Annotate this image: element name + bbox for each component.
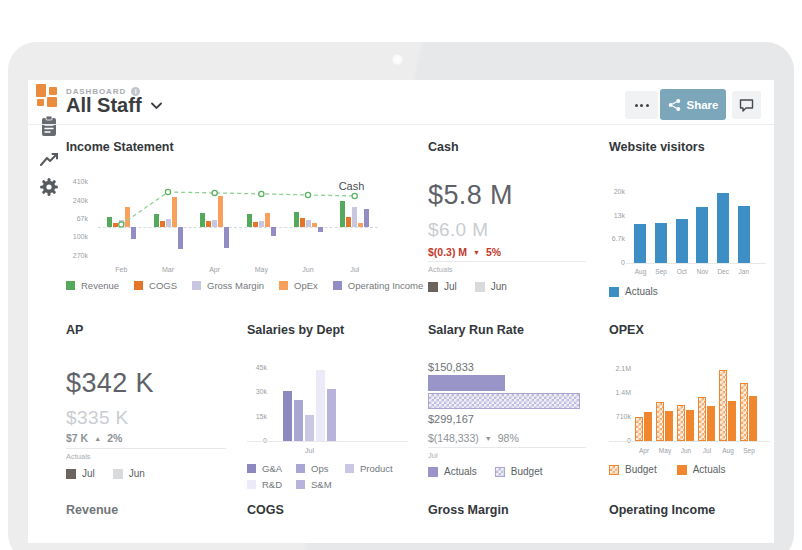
bar-oct: [676, 219, 688, 263]
run-rate-change: $(148,333) ▼ 98%: [428, 432, 519, 444]
x-axis-label: Jun: [293, 266, 323, 273]
legend-item[interactable]: Budget: [609, 464, 657, 475]
bar-ops: [294, 400, 303, 441]
y-axis-tick: 67k: [64, 215, 88, 222]
legend-item[interactable]: Ops: [296, 463, 345, 474]
opex-legend[interactable]: BudgetActuals: [609, 464, 726, 475]
x-axis-label: Feb: [106, 266, 136, 273]
bar-s-m: [327, 389, 336, 441]
cash-period-label: Actuals: [428, 265, 453, 274]
income-statement-legend[interactable]: RevenueCOGSGross MarginOpExOperating Inc…: [66, 280, 423, 291]
salaries-by-dept-legend[interactable]: G&AOpsProductR&DS&M: [247, 463, 394, 495]
camera-dot: [392, 54, 403, 65]
legend-item[interactable]: S&M: [296, 479, 345, 490]
legend-item[interactable]: Operating Income: [333, 280, 424, 291]
legend-item[interactable]: OpEx: [279, 280, 318, 291]
budget-bar-apr: [635, 417, 643, 441]
budget-swatch: [495, 467, 505, 477]
page-title: All Staff: [66, 94, 142, 117]
run-rate-legend-actuals: Actuals: [444, 466, 477, 477]
x-axis-line: [247, 441, 408, 442]
legend-label: Product: [360, 463, 393, 474]
ap-change: $7 K ▲ 2%: [66, 432, 122, 444]
budget-bar-aug: [719, 370, 727, 441]
legend-label: Ops: [311, 463, 328, 474]
x-axis-label: Jul: [340, 266, 370, 273]
run-rate-change-pct: 98%: [498, 432, 519, 444]
legend-label: Operating Income: [348, 280, 424, 291]
ap-period-label: Actuals: [66, 452, 91, 461]
cash-change-amount: $(0.3) M: [428, 246, 467, 258]
more-options-button[interactable]: [625, 91, 658, 119]
bar-sep: [655, 223, 667, 263]
legend-label: G&A: [262, 463, 282, 474]
bar-product: [305, 415, 314, 441]
ap-legend[interactable]: Jul Jun: [66, 468, 145, 479]
trends-icon[interactable]: [38, 148, 60, 170]
legend-item[interactable]: Gross Margin: [192, 280, 264, 291]
cash-change-arrow: ▼: [473, 249, 480, 256]
cash-change-pct: 5%: [486, 246, 501, 258]
cash-previous-value: $6.0 M: [428, 219, 489, 241]
header-divider: [28, 124, 774, 125]
run-rate-actuals-label: $150,833: [428, 361, 474, 373]
cash-change: $(0.3) M ▼ 5%: [428, 246, 501, 258]
reports-clipboard-icon[interactable]: [38, 115, 60, 137]
legend-label: R&D: [262, 479, 282, 490]
run-rate-change-amount: $(148,333): [428, 432, 479, 444]
legend-item[interactable]: Revenue: [66, 280, 119, 291]
jul-swatch: [428, 282, 438, 292]
website-visitors-legend[interactable]: Actuals: [609, 286, 658, 297]
chevron-down-icon[interactable]: [151, 102, 162, 110]
ap-divider: [66, 448, 226, 449]
ap-value: $342 K: [66, 368, 154, 399]
share-button[interactable]: Share: [660, 89, 726, 120]
income-statement-chart: 410k240k67k100k270kFebMarAprMayJunJulCas…: [64, 176, 386, 280]
run-rate-budget-bar: [428, 393, 580, 409]
bar-r-d: [316, 370, 325, 441]
legend-label: Gross Margin: [207, 280, 264, 291]
legend-label: Revenue: [81, 280, 119, 291]
legend-item[interactable]: Actuals: [677, 464, 726, 475]
tile-title-cash: Cash: [428, 140, 459, 154]
y-axis-tick: 45k: [247, 364, 267, 371]
legend-item[interactable]: G&A: [247, 463, 296, 474]
y-axis-tick: 270k: [64, 252, 88, 259]
x-axis-label: Mar: [153, 266, 183, 273]
cash-legend-jun: Jun: [491, 281, 507, 292]
y-axis-tick: 2.1M: [609, 365, 631, 372]
settings-gear-icon[interactable]: [38, 176, 60, 198]
tile-title-cogs: COGS: [247, 503, 284, 517]
tile-title-website-visitors: Website visitors: [609, 140, 705, 154]
legend-item[interactable]: Product: [345, 463, 394, 474]
tile-title-gross-margin: Gross Margin: [428, 503, 509, 517]
y-axis-tick: 6.7k: [605, 235, 625, 242]
actuals-bar-aug: [728, 401, 736, 441]
legend-swatch: [677, 465, 687, 475]
tile-title-ap: AP: [66, 323, 83, 337]
run-rate-actuals-bar: [428, 375, 505, 391]
legend-swatch: [279, 281, 288, 290]
run-rate-period-label: Jul: [428, 451, 438, 460]
run-rate-legend[interactable]: Actuals Budget: [428, 466, 543, 477]
y-axis-tick: 20k: [605, 188, 625, 195]
bar-nov: [696, 207, 708, 263]
cash-legend[interactable]: Jul Jun: [428, 281, 507, 292]
budget-bar-sep: [740, 383, 748, 441]
cash-value: $5.8 M: [428, 180, 513, 211]
y-axis-tick: 410k: [64, 178, 88, 185]
cash-legend-jul: Jul: [444, 281, 457, 292]
x-axis-label: Jul: [295, 447, 325, 454]
legend-item[interactable]: R&D: [247, 479, 296, 490]
salaries-by-dept-chart: 45k30k15k0Jul: [247, 363, 409, 455]
legend-item[interactable]: COGS: [134, 280, 177, 291]
x-axis-label: May: [246, 266, 276, 273]
dashboard-selector[interactable]: All Staff: [66, 94, 162, 117]
app-logo[interactable]: [36, 84, 60, 108]
legend-swatch: [66, 281, 75, 290]
comment-button[interactable]: [732, 91, 761, 119]
legend-swatch: [247, 464, 256, 473]
bar-aug: [634, 224, 646, 263]
y-axis-tick: 30k: [247, 388, 267, 395]
jun-swatch: [475, 282, 485, 292]
